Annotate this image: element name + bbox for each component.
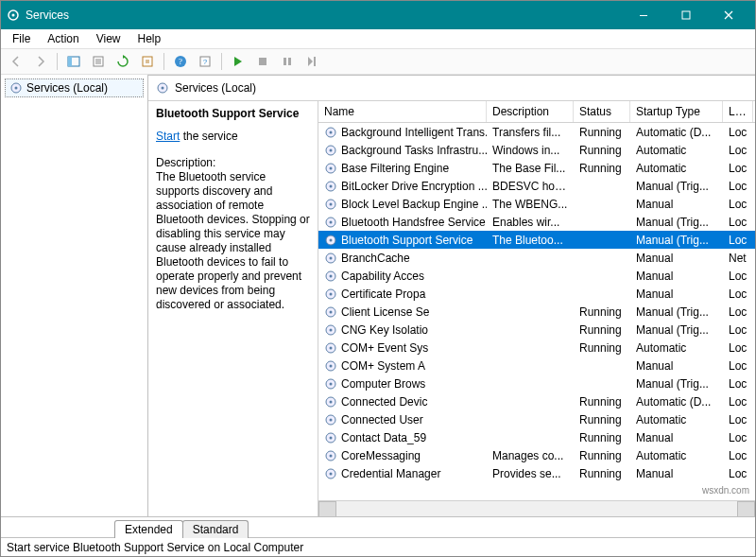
menu-view[interactable]: View xyxy=(89,30,129,47)
table-row[interactable]: Block Level Backup Engine ...The WBENG..… xyxy=(318,195,755,213)
svg-point-30 xyxy=(330,166,333,169)
cell-logon: Loc xyxy=(723,467,753,480)
cell-logon: Loc xyxy=(723,180,753,193)
table-row[interactable]: Certificate PropaManualLoc xyxy=(318,285,755,303)
gear-icon xyxy=(324,162,337,175)
svg-rect-19 xyxy=(288,58,291,65)
cell-logon: Loc xyxy=(723,449,753,462)
col-desc[interactable]: Description xyxy=(487,101,574,122)
menu-help[interactable]: Help xyxy=(130,30,169,47)
svg-point-36 xyxy=(330,220,333,223)
cell-name: Bluetooth Support Service xyxy=(341,234,472,247)
table-row[interactable]: Connected DevicRunningAutomatic (D...Loc xyxy=(318,392,755,410)
cell-status: Running xyxy=(574,413,630,426)
toolbar-separator xyxy=(57,53,58,70)
help-button[interactable]: ? xyxy=(169,51,192,72)
gear-icon xyxy=(324,252,337,265)
help2-button[interactable]: ? xyxy=(194,51,216,72)
table-row[interactable]: Credential ManagerProvides se...RunningM… xyxy=(318,464,755,482)
tree-pane: Services (Local) xyxy=(1,75,148,516)
tree-item-label: Services (Local) xyxy=(26,81,108,95)
stop-service-button[interactable] xyxy=(251,51,274,72)
cell-startup: Manual (Trig... xyxy=(630,180,723,193)
cell-startup: Automatic xyxy=(630,413,723,426)
table-row[interactable]: BranchCacheManualNet xyxy=(318,249,755,267)
titlebar: Services xyxy=(1,1,755,29)
pause-service-button[interactable] xyxy=(276,51,299,72)
svg-point-50 xyxy=(330,346,333,349)
gear-icon xyxy=(324,287,337,301)
refresh-button[interactable] xyxy=(112,51,134,72)
start-service-link[interactable]: Start xyxy=(156,130,180,143)
cell-startup: Manual xyxy=(630,431,723,444)
gear-icon xyxy=(324,341,337,355)
table-row[interactable]: COM+ Event SysRunningAutomaticLoc xyxy=(318,339,755,357)
forward-button[interactable] xyxy=(29,51,52,72)
gear-icon xyxy=(7,9,20,22)
table-row[interactable]: Background Intelligent Trans...Transfers… xyxy=(318,123,755,141)
cell-logon: Loc xyxy=(723,395,753,409)
table-row[interactable]: Contact Data_59RunningManualLoc xyxy=(318,428,755,446)
horizontal-scrollbar[interactable] xyxy=(318,500,755,516)
table-row[interactable]: Bluetooth Support ServiceThe Bluetoo...M… xyxy=(318,231,755,249)
tab-extended[interactable]: Extended xyxy=(114,520,183,538)
main-area: Services (Local) Services (Local) Blueto… xyxy=(1,75,755,516)
cell-startup: Manual xyxy=(630,287,723,301)
gear-icon xyxy=(324,270,337,283)
cell-desc: Enables wir... xyxy=(487,216,574,229)
cell-name: Connected User xyxy=(341,413,423,426)
start-service-line: Start the service xyxy=(156,130,310,143)
gear-icon xyxy=(324,449,337,462)
selected-service-name: Bluetooth Support Service xyxy=(156,107,310,120)
menu-file[interactable]: File xyxy=(5,30,38,47)
start-service-button[interactable] xyxy=(227,51,249,72)
cell-name: Capability Acces xyxy=(341,270,424,283)
properties-button[interactable] xyxy=(87,51,110,72)
cell-desc: BDESVC hos... xyxy=(487,180,574,193)
cell-startup: Automatic (D... xyxy=(630,395,723,409)
cell-logon: Loc xyxy=(723,270,753,283)
svg-text:?: ? xyxy=(179,57,182,66)
col-name[interactable]: Name xyxy=(318,101,487,122)
col-logon[interactable]: Log xyxy=(723,101,753,122)
cell-status: Running xyxy=(574,467,630,480)
minimize-button[interactable] xyxy=(622,1,664,29)
tree-item-services-local[interactable]: Services (Local) xyxy=(5,78,144,97)
table-row[interactable]: Connected UserRunningAutomaticLoc xyxy=(318,410,755,428)
table-row[interactable]: CNG Key IsolatioRunningManual (Trig...Lo… xyxy=(318,321,755,339)
table-row[interactable]: BitLocker Drive Encryption ...BDESVC hos… xyxy=(318,177,755,195)
close-button[interactable] xyxy=(707,1,749,29)
svg-point-40 xyxy=(330,256,333,259)
table-row[interactable]: Base Filtering EngineThe Base Fil...Runn… xyxy=(318,159,755,177)
col-startup[interactable]: Startup Type xyxy=(630,101,723,122)
table-row[interactable]: Capability AccesManualLoc xyxy=(318,267,755,285)
table-row[interactable]: Computer BrowsManual (Trig...Loc xyxy=(318,374,755,392)
back-button[interactable] xyxy=(5,51,27,72)
cell-status: Running xyxy=(574,431,630,444)
menu-action[interactable]: Action xyxy=(40,30,86,47)
table-row[interactable]: Background Tasks Infrastru...Windows in.… xyxy=(318,141,755,159)
toolbar-separator xyxy=(221,53,222,70)
gear-icon xyxy=(324,359,337,373)
svg-point-26 xyxy=(330,131,333,133)
tab-strip: Extended Standard xyxy=(1,516,755,537)
restart-service-button[interactable] xyxy=(301,51,323,72)
cell-name: Client License Se xyxy=(341,305,429,319)
table-row[interactable]: CoreMessagingManages co...RunningAutomat… xyxy=(318,446,755,464)
svg-point-22 xyxy=(15,87,18,90)
show-hide-tree-button[interactable] xyxy=(62,51,85,72)
gear-icon xyxy=(324,198,337,211)
cell-status: Running xyxy=(574,395,630,409)
cell-logon: Loc xyxy=(723,413,753,426)
maximize-button[interactable] xyxy=(664,1,707,29)
cell-startup: Manual (Trig... xyxy=(630,323,723,337)
tab-standard[interactable]: Standard xyxy=(182,520,249,538)
cell-desc: Transfers fil... xyxy=(487,126,574,139)
table-row[interactable]: COM+ System AManualLoc xyxy=(318,357,755,374)
table-row[interactable]: Bluetooth Handsfree ServiceEnables wir..… xyxy=(318,213,755,231)
export-list-button[interactable] xyxy=(136,51,159,72)
svg-rect-2 xyxy=(640,15,647,16)
cell-logon: Loc xyxy=(723,287,753,301)
table-row[interactable]: Client License SeRunningManual (Trig...L… xyxy=(318,303,755,321)
col-status[interactable]: Status xyxy=(574,101,630,122)
